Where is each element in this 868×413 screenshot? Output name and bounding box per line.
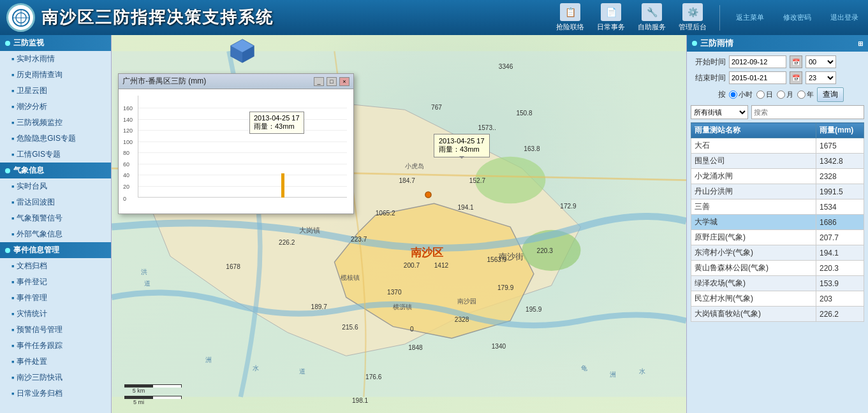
end-date-calendar-icon[interactable]: 📅	[790, 71, 802, 84]
sidebar-item-tide[interactable]: 潮汐分析	[0, 99, 111, 115]
radio-hour[interactable]: 小时	[729, 90, 753, 99]
sidebar-item-realtime-rain[interactable]: 实时水雨情	[0, 51, 111, 67]
end-hour-select[interactable]: 0001020304050607080910111213141516171819…	[805, 71, 836, 84]
station-name: 大石	[691, 138, 816, 154]
table-row[interactable]: 丹山分洪闸1991.5	[691, 184, 864, 199]
radio-year[interactable]: 年	[797, 90, 814, 99]
nav-item-rescue[interactable]: 📋 抢险联络	[556, 3, 584, 32]
table-row[interactable]: 绿泽农场(气象)153.9	[691, 276, 864, 291]
sidebar-item-video[interactable]: 三防视频监控	[0, 115, 111, 131]
rain-table-container: 雨量测站名称 雨量(mm) 大石1675围垦公司1342.8小龙涌水闸2328丹…	[691, 122, 864, 322]
query-button[interactable]: 查询	[817, 87, 844, 102]
sidebar-item-radar[interactable]: 雷达回波图	[0, 194, 111, 210]
station-name: 大学城	[691, 215, 816, 230]
start-date-input[interactable]	[729, 55, 786, 68]
sidebar-item-nansha-news[interactable]: 南沙三防快讯	[0, 370, 111, 386]
sidebar-item-task-track[interactable]: 事件任务跟踪	[0, 338, 111, 354]
start-date-calendar-icon[interactable]: 📅	[790, 55, 802, 68]
action-pwd[interactable]: 修改密码	[783, 13, 811, 22]
svg-text:184.7: 184.7	[399, 177, 416, 184]
svg-text:2328: 2328	[455, 316, 469, 323]
sidebar-item-satellite[interactable]: 卫星云图	[0, 83, 111, 99]
svg-text:215.6: 215.6	[342, 324, 358, 331]
nav-item-daily[interactable]: 📄 日常事务	[597, 3, 625, 32]
y-label-120: 120	[123, 127, 133, 134]
admin-icon: ⚙️	[682, 3, 703, 21]
sidebar-item-work-gis[interactable]: 工情GIS专题	[0, 147, 111, 163]
self-icon: 🔧	[642, 3, 662, 21]
sidebar-item-disaster-stat[interactable]: 灾情统计	[0, 306, 111, 322]
radio-day[interactable]: 日	[756, 90, 773, 99]
search-input[interactable]	[751, 105, 864, 119]
filter-row: 所有街镇	[691, 105, 864, 119]
col-rain-value: 雨量(mm)	[816, 123, 864, 138]
svg-text:洲: 洲	[610, 371, 616, 378]
chart-close-btn[interactable]: ×	[339, 77, 349, 86]
right-panel: 三防雨情 ⊞ 开始时间 📅 00010203040506070809101112…	[686, 35, 868, 413]
sidebar-item-hazard-gis[interactable]: 危险隐患GIS专题	[0, 131, 111, 147]
svg-text:0: 0	[410, 326, 414, 333]
chart-minimize-btn[interactable]: _	[314, 77, 324, 86]
table-row[interactable]: 原野庄园(气象)207.7	[691, 230, 864, 245]
sidebar-section-event[interactable]: 事件信息管理	[0, 242, 111, 258]
rain-value: 2328	[816, 169, 864, 184]
panel-expand-icon[interactable]: ⊞	[858, 40, 863, 47]
nav-item-admin[interactable]: ⚙️ 管理后台	[679, 3, 707, 32]
station-name: 民立村水闸(气象)	[691, 291, 816, 307]
table-row[interactable]: 小龙涌水闸2328	[691, 169, 864, 184]
action-home[interactable]: 返主菜单	[736, 13, 764, 22]
sidebar-item-typhoon[interactable]: 实时台风	[0, 178, 111, 194]
right-panel-header: 三防雨情 ⊞	[687, 35, 868, 52]
svg-text:1340: 1340	[492, 343, 506, 350]
daily-icon: 📄	[601, 3, 621, 21]
grid-line-60	[138, 164, 347, 164]
town-select[interactable]: 所有街镇	[691, 105, 748, 119]
sidebar-item-alert-mgmt[interactable]: 预警信号管理	[0, 322, 111, 338]
sidebar-section-weather[interactable]: 气象信息	[0, 163, 111, 178]
start-hour-select[interactable]: 0001020304050607080910111213141516171819…	[805, 55, 836, 68]
chart-canvas: 160 140 120 100 80 60 40 20 0	[122, 92, 350, 210]
y-label-140: 140	[123, 117, 133, 123]
table-row[interactable]: 东湾村小学(气象)194.1	[691, 245, 864, 261]
table-row[interactable]: 三善1534	[691, 199, 864, 215]
nav-item-self[interactable]: 🔧 自助服务	[638, 3, 666, 32]
y-label-20: 20	[123, 184, 129, 190]
sidebar-item-event-reg[interactable]: 事件登记	[0, 274, 111, 290]
sidebar-item-external-weather[interactable]: 外部气象信息	[0, 226, 111, 242]
sidebar-item-warning[interactable]: 气象预警信号	[0, 210, 111, 226]
svg-text:1412: 1412	[434, 262, 449, 269]
chart-titlebar[interactable]: 广州市-番禺区三防 (mm) _ □ ×	[119, 74, 353, 89]
start-time-row: 开始时间 📅 000102030405060708091011121314151…	[691, 55, 864, 68]
chart-restore-btn[interactable]: □	[327, 77, 337, 86]
table-row[interactable]: 大学城1686	[691, 215, 864, 230]
sidebar-item-event-handle[interactable]: 事件处置	[0, 354, 111, 370]
svg-text:横沥镇: 横沥镇	[393, 303, 412, 310]
map-container[interactable]: 南沙区 南沙街 大岗镇 榄核镇 横沥镇 南沙园 小虎岛 洪 道 洲 水 道 龟 …	[112, 35, 686, 413]
sidebar-item-daily-archive[interactable]: 日常业务归档	[0, 386, 111, 402]
table-row[interactable]: 围垦公司1342.8	[691, 154, 864, 169]
svg-text:小虎岛: 小虎岛	[405, 163, 424, 170]
radio-month[interactable]: 月	[777, 90, 793, 99]
table-row[interactable]: 大石1675	[691, 138, 864, 154]
sidebar-item-doc[interactable]: 文档归档	[0, 258, 111, 274]
nav-separator	[719, 5, 720, 31]
station-name: 绿泽农场(气象)	[691, 276, 816, 291]
svg-text:洲: 洲	[205, 356, 212, 363]
table-row[interactable]: 黄山鲁森林公园(气象)220.3	[691, 261, 864, 276]
svg-text:223.7: 223.7	[351, 236, 367, 243]
sidebar-item-event-mgmt[interactable]: 事件管理	[0, 290, 111, 306]
rain-value: 194.1	[816, 245, 864, 261]
sidebar-section-sanfang[interactable]: 三防监视	[0, 35, 111, 51]
table-row[interactable]: 民立村水闸(气象)203	[691, 291, 864, 307]
scale-km-label: 5 km	[124, 388, 153, 394]
header-nav: 📋 抢险联络 📄 日常事务 🔧 自助服务 ⚙️ 管理后台 返主菜单 修改密码 退…	[556, 3, 862, 32]
grid-line-160	[138, 108, 347, 108]
chart-tooltip: 2013-04-25 17 雨量：43mm	[249, 112, 304, 134]
end-date-input[interactable]	[729, 71, 786, 84]
map-tooltip: 2013-04-25 17 雨量：43mm	[434, 134, 490, 157]
sidebar-item-history-rain[interactable]: 历史雨情查询	[0, 67, 111, 83]
table-row[interactable]: 大岗镇畜牧站(气象)226.2	[691, 307, 864, 322]
grid-line-100	[138, 141, 347, 142]
map-cube-icon[interactable]	[230, 38, 255, 66]
action-logout[interactable]: 退出登录	[830, 13, 858, 22]
